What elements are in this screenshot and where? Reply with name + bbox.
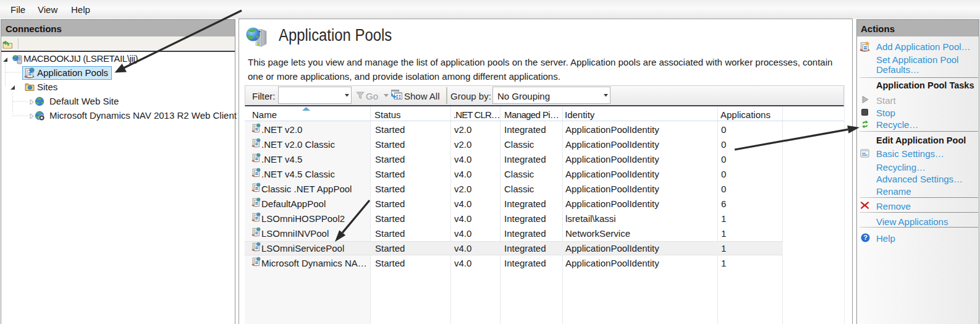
svg-text:?: ? [863,234,868,241]
